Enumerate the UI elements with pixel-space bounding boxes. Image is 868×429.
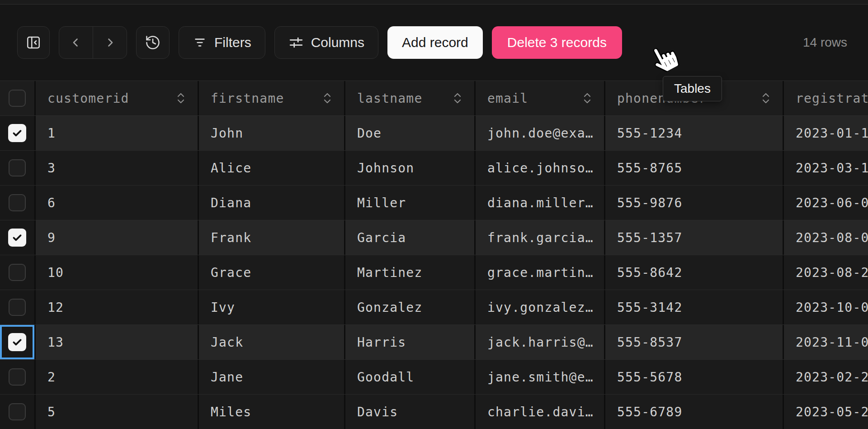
cell-lastname[interactable]: Garcia (344, 220, 474, 255)
data-table: customerid firstname lastname email phon… (0, 81, 868, 429)
cell-phonenumber[interactable]: 555-3142 (604, 290, 783, 324)
table-row[interactable]: 3AliceJohnsonalice.johnso…555-87652023-0… (0, 151, 868, 186)
cell-email[interactable]: ivy.gonzalez… (474, 290, 604, 324)
cell-lastname[interactable]: Harris (344, 325, 474, 359)
cell-customerid[interactable]: 2 (34, 360, 198, 394)
cell-customerid[interactable]: 3 (34, 151, 198, 185)
select-all-checkbox[interactable] (9, 90, 26, 107)
cell-registrationdate[interactable]: 2023-02-2 (783, 360, 868, 394)
cell-customerid[interactable]: 13 (34, 325, 198, 359)
column-header-lastname[interactable]: lastname (344, 81, 474, 115)
row-select-cell (0, 220, 34, 255)
row-checkbox[interactable] (9, 403, 26, 420)
row-checkbox[interactable] (9, 159, 26, 176)
row-select-cell (0, 395, 34, 429)
column-header-label: lastname (357, 91, 422, 106)
cell-phonenumber[interactable]: 555-8537 (604, 325, 783, 359)
cell-registrationdate[interactable]: 2023-08-0 (783, 220, 868, 255)
table-row[interactable]: 12IvyGonzalezivy.gonzalez…555-31422023-1… (0, 290, 868, 325)
back-button[interactable] (59, 27, 93, 58)
cell-email[interactable]: charlie.davi… (474, 395, 604, 429)
columns-button[interactable]: Columns (274, 26, 378, 59)
row-checkbox[interactable] (8, 124, 26, 142)
cell-lastname[interactable]: Gonzalez (344, 290, 474, 324)
cell-phonenumber[interactable]: 555-5678 (604, 360, 783, 394)
cell-phonenumber[interactable]: 555-9876 (604, 186, 783, 220)
cell-firstname[interactable]: Jack (198, 325, 344, 359)
cell-registrationdate[interactable]: 2023-03-1 (783, 151, 868, 185)
row-checkbox[interactable] (9, 264, 26, 281)
cell-lastname[interactable]: Miller (344, 186, 474, 220)
cell-firstname[interactable]: Diana (198, 186, 344, 220)
cell-email[interactable]: john.doe@exa… (474, 116, 604, 150)
cell-firstname[interactable]: Ivy (198, 290, 344, 324)
cell-lastname[interactable]: Johnson (344, 151, 474, 185)
table-row[interactable]: 10GraceMartinezgrace.martin…555-86422023… (0, 255, 868, 290)
forward-button[interactable] (93, 27, 127, 58)
chevron-left-icon (69, 36, 83, 49)
cell-registrationdate[interactable]: 2023-08-2 (783, 255, 868, 290)
cell-phonenumber[interactable]: 555-6789 (604, 395, 783, 429)
tables-tooltip: Tables (663, 76, 722, 101)
cell-firstname[interactable]: John (198, 116, 344, 150)
cell-firstname[interactable]: Alice (198, 151, 344, 185)
cell-customerid[interactable]: 1 (34, 116, 198, 150)
table-row[interactable]: 1JohnDoejohn.doe@exa…555-12342023-01-1 (0, 116, 868, 151)
row-checkbox[interactable] (9, 368, 26, 386)
cell-email[interactable]: alice.johnso… (474, 151, 604, 185)
cell-phonenumber[interactable]: 555-8642 (604, 255, 783, 290)
cell-registrationdate[interactable]: 2023-01-1 (783, 116, 868, 150)
cell-lastname[interactable]: Goodall (344, 360, 474, 394)
row-select-cell (0, 255, 34, 290)
column-header-customerid[interactable]: customerid (34, 81, 198, 115)
cell-firstname[interactable]: Jane (198, 360, 344, 394)
cell-registrationdate[interactable]: 2023-10-0 (783, 290, 868, 324)
cell-firstname[interactable]: Miles (198, 395, 344, 429)
cell-email[interactable]: grace.martin… (474, 255, 604, 290)
delete-records-button[interactable]: Delete 3 records (492, 26, 622, 59)
cell-customerid[interactable]: 6 (34, 186, 198, 220)
cell-email[interactable]: jack.harris@… (474, 325, 604, 359)
cell-phonenumber[interactable]: 555-1234 (604, 116, 783, 150)
row-checkbox[interactable] (8, 333, 26, 351)
cell-customerid[interactable]: 10 (34, 255, 198, 290)
cell-customerid[interactable]: 12 (34, 290, 198, 324)
cell-phonenumber[interactable]: 555-8765 (604, 151, 783, 185)
table-row[interactable]: 2JaneGoodalljane.smith@e…555-56782023-02… (0, 360, 868, 395)
table-row[interactable]: 5MilesDavischarlie.davi…555-67892023-05-… (0, 395, 868, 429)
column-header-registrationdate[interactable]: registrat (783, 81, 868, 115)
cell-phonenumber[interactable]: 555-1357 (604, 220, 783, 255)
cell-email[interactable]: frank.garcia… (474, 220, 604, 255)
cell-lastname[interactable]: Doe (344, 116, 474, 150)
refresh-history-button[interactable] (136, 26, 170, 59)
sort-icon[interactable] (452, 91, 463, 105)
column-header-label: firstname (211, 91, 284, 106)
sort-icon[interactable] (581, 91, 593, 105)
cell-firstname[interactable]: Grace (198, 255, 344, 290)
cell-firstname[interactable]: Frank (198, 220, 344, 255)
row-checkbox[interactable] (8, 229, 26, 247)
sidebar-toggle-button[interactable] (17, 26, 50, 59)
row-checkbox[interactable] (9, 194, 26, 211)
table-row[interactable]: 9FrankGarciafrank.garcia…555-13572023-08… (0, 220, 868, 255)
cell-lastname[interactable]: Martinez (344, 255, 474, 290)
cell-customerid[interactable]: 5 (34, 395, 198, 429)
column-header-firstname[interactable]: firstname (198, 81, 344, 115)
cell-customerid[interactable]: 9 (34, 220, 198, 255)
table-row[interactable]: 6DianaMillerdiana.miller…555-98762023-06… (0, 186, 868, 220)
sort-icon[interactable] (321, 91, 333, 105)
sort-icon[interactable] (175, 91, 187, 105)
cell-registrationdate[interactable]: 2023-11-0 (783, 325, 868, 359)
cell-lastname[interactable]: Davis (344, 395, 474, 429)
sort-icon[interactable] (760, 91, 772, 105)
column-header-email[interactable]: email (474, 81, 604, 115)
add-record-button[interactable]: Add record (387, 26, 483, 59)
cell-registrationdate[interactable]: 2023-06-0 (783, 186, 868, 220)
column-header-label: registrat (796, 91, 868, 106)
cell-email[interactable]: diana.miller… (474, 186, 604, 220)
row-checkbox[interactable] (9, 299, 26, 316)
cell-email[interactable]: jane.smith@e… (474, 360, 604, 394)
table-row[interactable]: 13JackHarrisjack.harris@…555-85372023-11… (0, 325, 868, 360)
cell-registrationdate[interactable]: 2023-05-2 (783, 395, 868, 429)
filters-button[interactable]: Filters (179, 26, 265, 59)
